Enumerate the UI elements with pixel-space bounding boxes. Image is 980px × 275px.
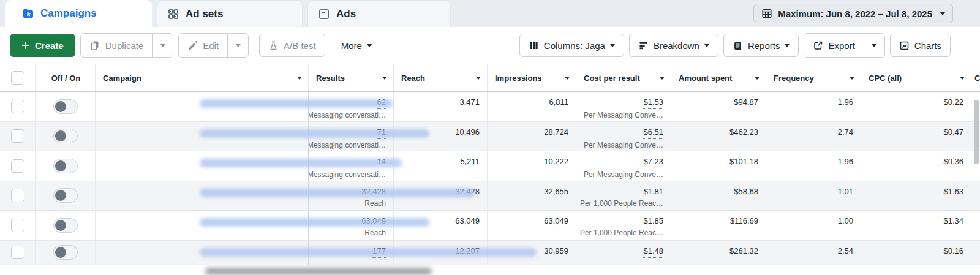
campaign-toggle[interactable] — [53, 129, 78, 143]
row-select-cell — [0, 122, 35, 151]
row-select-cell — [0, 241, 35, 265]
more-button[interactable]: More — [335, 34, 378, 57]
ab-test-button[interactable]: A/B test — [259, 34, 325, 57]
chevron-down-icon — [785, 44, 790, 47]
charts-button[interactable]: Charts — [890, 34, 951, 57]
row-checkbox[interactable] — [11, 219, 24, 232]
tab-ads-label: Ads — [336, 8, 356, 20]
row-checkbox[interactable] — [11, 246, 24, 259]
frequency-cell: 1.96 — [766, 92, 861, 121]
redacted-summary-text — [205, 268, 432, 274]
columns-icon — [529, 40, 539, 51]
toggle-knob — [55, 190, 66, 201]
header-results[interactable]: Results — [308, 64, 393, 91]
header-reach[interactable]: Reach — [393, 64, 487, 91]
toggle-knob — [55, 130, 66, 141]
edit-button[interactable]: Edit — [179, 34, 227, 57]
tab-campaigns[interactable]: Campaigns — [5, 0, 152, 27]
breakdown-label: Breakdown — [654, 40, 699, 51]
chevron-down-icon — [940, 12, 945, 15]
row-select-cell — [0, 92, 35, 121]
flask-icon — [268, 40, 279, 51]
row-toggle-cell — [35, 151, 95, 181]
select-all-checkbox[interactable] — [11, 71, 24, 85]
frequency-cell: 1.01 — [766, 181, 861, 211]
toggle-knob — [55, 220, 66, 231]
table-row: 14Messaging conversati… 5,211 10,222 $7.… — [0, 151, 980, 181]
sort-caret-icon — [660, 77, 665, 80]
clipped-column-cell — [971, 211, 980, 240]
campaign-toggle[interactable] — [53, 99, 78, 114]
campaign-name-cell[interactable] — [95, 241, 309, 265]
campaign-toggle[interactable] — [53, 159, 78, 173]
sort-caret-icon — [755, 77, 760, 80]
calendar-icon — [761, 8, 772, 19]
date-range-button[interactable]: Maximum: Jun 8, 2022 – Jul 8, 2025 — [753, 4, 953, 23]
charts-label: Charts — [914, 40, 941, 51]
campaign-name-redacted — [200, 218, 429, 227]
reports-label: Reports — [748, 40, 780, 51]
campaign-name-cell[interactable] — [95, 181, 309, 211]
ab-test-label: A/B test — [284, 40, 316, 51]
header-amount-spent[interactable]: Amount spent — [671, 64, 766, 91]
reach-cell: 5,211 — [393, 151, 487, 181]
sort-caret-icon — [476, 77, 481, 80]
tab-campaigns-label: Campaigns — [40, 7, 97, 20]
header-cpc[interactable]: CPC (all) — [861, 64, 971, 91]
cpc-cell: $0.16 — [861, 241, 971, 265]
campaign-toggle[interactable] — [53, 218, 78, 233]
table-header-row: Off / On Campaign Results Reach Impressi… — [0, 64, 980, 92]
row-checkbox[interactable] — [11, 189, 24, 202]
actions-toolbar: Create Duplicate Edit — [0, 27, 980, 64]
reports-button[interactable]: Reports — [723, 34, 799, 57]
header-impressions[interactable]: Impressions — [487, 64, 576, 91]
cost-per-result-cell: $7.23Per Messaging Conve… — [576, 151, 671, 181]
campaign-name-cell[interactable] — [95, 151, 309, 181]
table-row: 62Messaging conversati… 3,471 6,811 $1.5… — [0, 92, 980, 122]
export-dropdown-caret[interactable] — [864, 34, 884, 57]
sort-caret-icon — [960, 77, 965, 80]
duplicate-dropdown-caret[interactable] — [152, 34, 173, 57]
sort-caret-icon — [565, 77, 570, 80]
campaign-name-redacted — [200, 248, 537, 257]
header-frequency[interactable]: Frequency — [766, 64, 861, 91]
row-checkbox[interactable] — [11, 100, 24, 113]
select-all-cell — [0, 64, 35, 91]
row-select-cell — [0, 151, 35, 181]
campaign-name-redacted — [200, 129, 429, 138]
campaign-toggle[interactable] — [53, 188, 78, 203]
row-checkbox[interactable] — [11, 159, 24, 173]
breakdown-icon — [638, 40, 649, 51]
impressions-cell: 28,724 — [487, 122, 576, 151]
campaign-name-cell[interactable] — [95, 92, 309, 121]
campaign-name-cell[interactable] — [95, 211, 309, 240]
toolbar-divider — [254, 38, 254, 53]
row-toggle-cell — [35, 181, 95, 211]
reports-icon — [733, 40, 743, 51]
tab-ads[interactable]: Ads — [307, 0, 451, 27]
level-tabbar: Campaigns Ad sets Ads Maximum: Jun 8, 20… — [0, 0, 980, 27]
columns-button[interactable]: Columns: Jaga — [519, 34, 624, 57]
cost-per-result-cell: $6.51Per Messaging Conve… — [576, 122, 671, 151]
tab-ad-sets[interactable]: Ad sets — [157, 0, 303, 27]
header-cost-per-result[interactable]: Cost per result — [576, 64, 671, 91]
frequency-cell: 2.54 — [766, 241, 861, 265]
chevron-down-icon — [704, 44, 709, 47]
vertical-scrollbar[interactable] — [974, 100, 979, 164]
header-campaign[interactable]: Campaign — [95, 64, 308, 91]
duplicate-button[interactable]: Duplicate — [81, 34, 153, 57]
breakdown-button[interactable]: Breakdown — [629, 34, 718, 57]
campaign-toggle[interactable] — [53, 245, 78, 260]
row-select-cell — [0, 181, 35, 211]
amount-spent-cell: $462.23 — [671, 122, 766, 151]
create-button[interactable]: Create — [10, 34, 75, 57]
amount-spent-cell: $94.87 — [671, 92, 766, 121]
campaign-name-cell[interactable] — [95, 122, 309, 151]
reach-cell: 3,471 — [393, 92, 487, 121]
row-checkbox[interactable] — [11, 129, 24, 143]
amount-spent-cell: $116.69 — [671, 211, 766, 240]
export-button-group: Export — [804, 33, 884, 58]
impressions-cell: 63,049 — [487, 211, 576, 240]
edit-dropdown-caret[interactable] — [227, 34, 248, 57]
export-button[interactable]: Export — [804, 34, 863, 57]
